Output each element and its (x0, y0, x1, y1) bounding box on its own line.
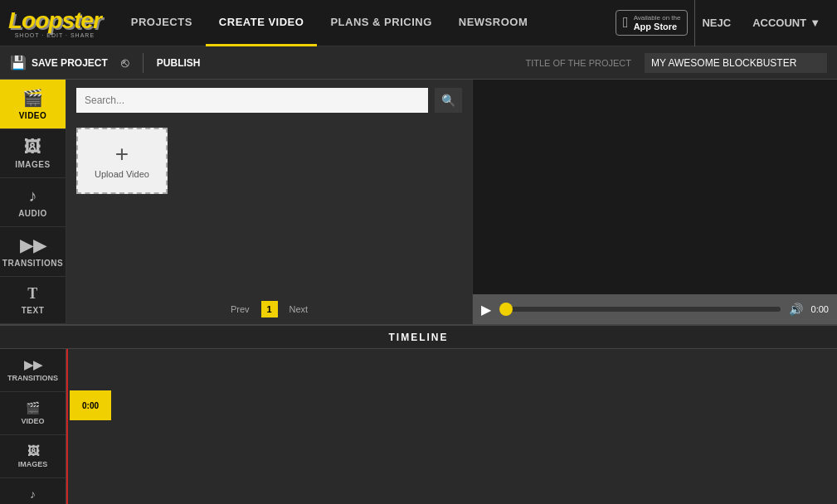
preview-screen (473, 80, 837, 294)
sidebar-item-images[interactable]: 🖼 IMAGES (0, 129, 66, 178)
timeline-track-transitions[interactable]: ▶▶ TRANSITIONS (0, 349, 66, 392)
logo-text: Loopster (8, 7, 101, 33)
left-sidebar: 🎬 VIDEO 🖼 IMAGES ♪ AUDIO ▶▶ TRANSITIONS … (0, 80, 66, 324)
nav-right:  Available on the App Store NEJC ACCOUN… (616, 0, 829, 46)
video-track-icon: 🎬 (26, 401, 40, 414)
next-button[interactable]: Next (285, 303, 314, 316)
timeline-track-video[interactable]: 🎬 VIDEO (0, 392, 66, 435)
sidebar-item-audio[interactable]: ♪ AUDIO (0, 178, 66, 227)
timeline-body: ▶▶ TRANSITIONS 🎬 VIDEO 🖼 IMAGES ♪ AUDIO (0, 349, 837, 504)
chevron-down-icon: ▼ (810, 17, 820, 29)
logo-tagline: SHOOT · EDIT · SHARE (8, 32, 101, 38)
transitions-track-icon: ▶▶ (24, 358, 42, 371)
nav-plans-pricing[interactable]: PLANS & PRICING (317, 0, 445, 46)
images-track-icon: 🖼 (27, 444, 39, 458)
progress-bar[interactable] (499, 307, 781, 312)
sidebar-item-transitions[interactable]: ▶▶ TRANSITIONS (0, 227, 66, 277)
audio-track-icon: ♪ (30, 487, 36, 501)
video-preview: ▶ 🔊 0:00 (472, 80, 837, 324)
toolbar: 💾 SAVE PROJECT ⎋ PUBLISH TITLE OF THE PR… (0, 46, 837, 80)
time-display: 0:00 (811, 304, 829, 314)
app-store-big-text: App Store (634, 22, 681, 32)
timeline-track-images[interactable]: 🖼 IMAGES (0, 435, 66, 478)
timeline-needle (66, 349, 68, 504)
timeline-clip[interactable]: 0:00 (70, 390, 111, 420)
save-project-button[interactable]: 💾 SAVE PROJECT (10, 55, 108, 70)
search-icon: 🔍 (441, 94, 455, 107)
images-icon: 🖼 (24, 138, 41, 157)
preview-controls: ▶ 🔊 0:00 (473, 294, 837, 324)
nav-user[interactable]: NEJC (694, 0, 737, 46)
app-store-small-text: Available on the (634, 14, 681, 22)
export-icon[interactable]: ⎋ (121, 56, 129, 70)
transitions-icon: ▶▶ (20, 235, 46, 255)
progress-knob[interactable] (499, 303, 513, 316)
app-store-text: Available on the App Store (634, 14, 681, 32)
nav-create-video[interactable]: CREATE VIDEO (206, 0, 318, 46)
timeline-header: TIMELINE (0, 326, 837, 349)
timeline-content[interactable]: 0:00 (66, 349, 837, 504)
sidebar-item-video[interactable]: 🎬 VIDEO (0, 80, 66, 129)
nav-newsroom[interactable]: NEWSROOM (445, 0, 541, 46)
app-store-button[interactable]:  Available on the App Store (616, 10, 688, 36)
separator (143, 53, 144, 73)
text-icon: T (27, 285, 38, 303)
nav-items: PROJECTS CREATE VIDEO PLANS & PRICING NE… (118, 0, 616, 46)
volume-icon[interactable]: 🔊 (789, 303, 803, 316)
top-nav: Loopster SHOOT · EDIT · SHARE PROJECTS C… (0, 0, 837, 46)
sidebar-item-text[interactable]: T TEXT (0, 277, 66, 324)
search-input[interactable] (76, 88, 428, 113)
media-grid: + Upload Video (66, 121, 472, 294)
content-panel: 🔍 + Upload Video Prev 1 Next (66, 80, 472, 324)
logo: Loopster SHOOT · EDIT · SHARE (8, 7, 101, 38)
play-button[interactable]: ▶ (481, 302, 491, 317)
upload-video-card[interactable]: + Upload Video (76, 128, 168, 194)
publish-button[interactable]: PUBLISH (157, 57, 201, 69)
apple-icon:  (623, 14, 629, 32)
video-icon: 🎬 (22, 88, 44, 108)
page-number[interactable]: 1 (261, 301, 278, 317)
nav-account[interactable]: ACCOUNT ▼ (744, 0, 829, 46)
save-icon: 💾 (10, 55, 27, 70)
timeline-track-audio[interactable]: ♪ AUDIO (0, 478, 66, 504)
search-button[interactable]: 🔍 (435, 88, 462, 113)
project-title-label: TITLE OF THE PROJECT (525, 58, 631, 68)
prev-button[interactable]: Prev (226, 303, 255, 316)
timeline-sidebar: ▶▶ TRANSITIONS 🎬 VIDEO 🖼 IMAGES ♪ AUDIO (0, 349, 66, 504)
project-title-input[interactable] (645, 53, 827, 73)
pagination: Prev 1 Next (66, 294, 472, 324)
plus-icon: + (115, 143, 129, 166)
search-bar: 🔍 (66, 80, 472, 121)
audio-icon: ♪ (28, 187, 37, 206)
timeline-section: TIMELINE ▶▶ TRANSITIONS 🎬 VIDEO 🖼 IMAGES… (0, 324, 837, 504)
nav-projects[interactable]: PROJECTS (118, 0, 206, 46)
